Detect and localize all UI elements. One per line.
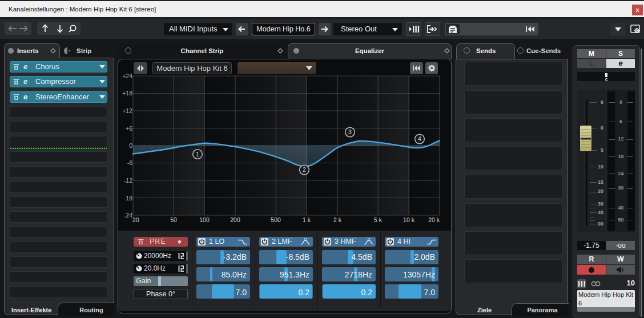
svg-text:4: 4 (418, 135, 421, 142)
svg-text:3: 3 (348, 128, 352, 135)
svg-text:1: 1 (196, 151, 199, 158)
svg-text:2: 2 (303, 166, 306, 173)
